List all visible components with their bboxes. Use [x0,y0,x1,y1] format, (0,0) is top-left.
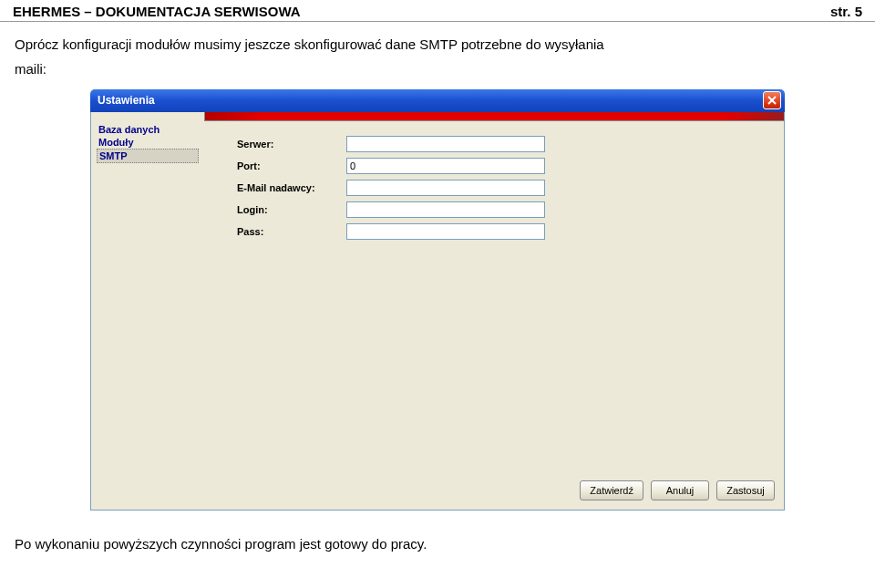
sidebar-item-smtp[interactable]: SMTP [97,149,199,163]
page-number: str. 5 [830,4,862,19]
apply-button[interactable]: Zastosuj [716,480,775,500]
input-login[interactable] [346,201,545,218]
label-sender-email: E-Mail nadawcy: [237,182,346,193]
doc-title: EHERMES – DOKUMENTACJA SERWISOWA [13,4,301,19]
form-row-server: Serwer: [237,134,775,154]
cancel-button[interactable]: Anuluj [651,480,709,500]
label-port: Port: [237,160,346,171]
settings-window: Ustawienia Baza danych Moduły SMTP Serwe… [90,89,785,511]
sidebar-item-baza-danych[interactable]: Baza danych [97,123,199,136]
label-server: Serwer: [237,139,346,150]
input-server[interactable] [346,136,545,152]
label-pass: Pass: [237,226,346,237]
close-button[interactable] [763,91,781,109]
sidebar-item-moduly[interactable]: Moduły [97,136,199,149]
close-icon [767,96,777,105]
accent-bar [204,112,784,121]
input-sender-email[interactable] [346,180,545,196]
form-row-sender-email: E-Mail nadawcy: [237,178,775,198]
outro-text: Po wykonaniu powyższych czynności progra… [0,511,875,552]
sidebar: Baza danych Moduły SMTP [91,121,204,475]
intro-line-2: maili: [0,59,875,86]
titlebar: Ustawienia [90,89,785,112]
form-row-port: Port: [237,156,775,176]
input-pass[interactable] [346,223,545,240]
page-header: EHERMES – DOKUMENTACJA SERWISOWA str. 5 [0,0,875,22]
button-bar: Zatwierdź Anuluj Zastosuj [91,475,784,510]
form-row-pass: Pass: [237,222,775,242]
label-login: Login: [237,204,346,215]
intro-line-1: Oprócz konfiguracji modułów musimy jeszc… [0,22,875,59]
input-port[interactable] [346,158,545,174]
window-body: Baza danych Moduły SMTP Serwer: Port: E-… [90,112,785,511]
form-row-login: Login: [237,200,775,220]
form-area: Serwer: Port: E-Mail nadawcy: Login: Pas… [204,121,784,475]
window-title: Ustawienia [98,94,155,107]
confirm-button[interactable]: Zatwierdź [580,480,643,500]
